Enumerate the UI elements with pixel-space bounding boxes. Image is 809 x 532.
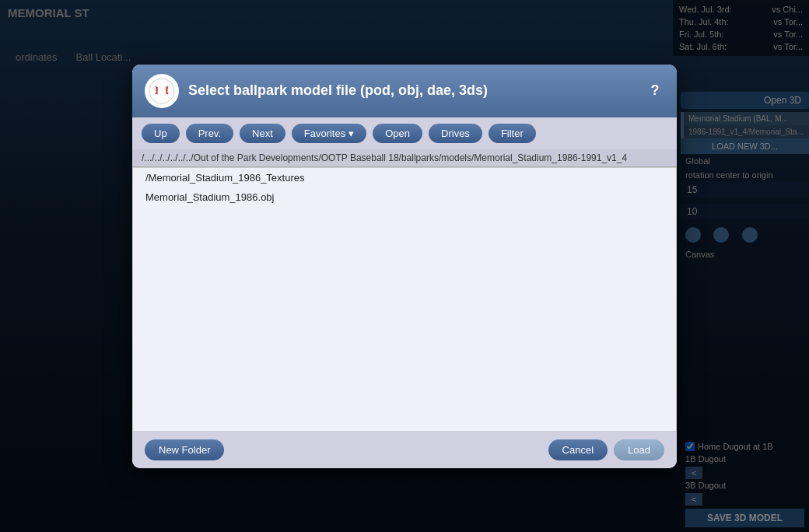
baseball-icon bbox=[145, 74, 179, 108]
cancel-button[interactable]: Cancel bbox=[548, 439, 608, 460]
up-button[interactable]: Up bbox=[142, 124, 180, 143]
next-button[interactable]: Next bbox=[240, 124, 285, 143]
drives-button[interactable]: Drives bbox=[429, 124, 482, 143]
file-list[interactable]: /Memorial_Stadium_1986_Textures Memorial… bbox=[132, 167, 677, 432]
dialog-header: Select ballpark model file (pod, obj, da… bbox=[132, 65, 677, 117]
dialog-footer: New Folder Cancel Load bbox=[132, 432, 677, 468]
dialog-title: Select ballpark model file (pod, obj, da… bbox=[188, 82, 636, 99]
file-item-textures[interactable]: /Memorial_Stadium_1986_Textures bbox=[133, 168, 676, 187]
favorites-chevron-icon: ▾ bbox=[348, 128, 354, 139]
svg-point-0 bbox=[149, 79, 174, 103]
footer-right: Cancel Load bbox=[548, 439, 664, 460]
dialog-toolbar: Up Prev. Next Favorites ▾ Open Drives Fi… bbox=[132, 117, 677, 149]
favorites-label: Favorites bbox=[304, 128, 345, 139]
load-button[interactable]: Load bbox=[614, 439, 664, 460]
open-button[interactable]: Open bbox=[373, 124, 422, 143]
new-folder-button[interactable]: New Folder bbox=[145, 439, 224, 460]
favorites-button[interactable]: Favorites ▾ bbox=[292, 124, 366, 143]
prev-button[interactable]: Prev. bbox=[186, 124, 233, 143]
help-button[interactable]: ? bbox=[646, 82, 664, 100]
footer-left: New Folder bbox=[145, 439, 224, 460]
filter-button[interactable]: Filter bbox=[489, 124, 536, 143]
file-dialog: Select ballpark model file (pod, obj, da… bbox=[132, 65, 677, 468]
path-bar: /.../../../../../../Out of the Park Deve… bbox=[132, 149, 677, 167]
file-item-obj[interactable]: Memorial_Stadium_1986.obj bbox=[133, 187, 676, 207]
dialog-overlay: Select ballpark model file (pod, obj, da… bbox=[0, 0, 809, 532]
